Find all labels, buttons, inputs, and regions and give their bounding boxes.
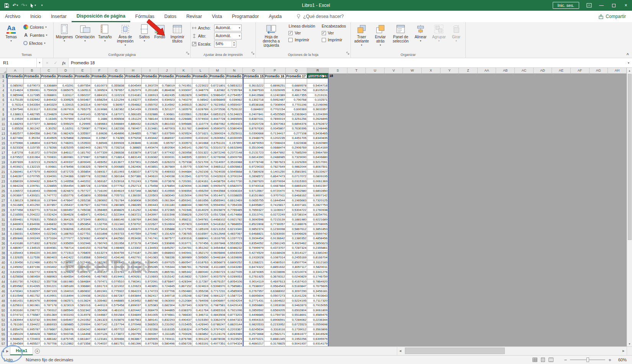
cell-K37[interactable]: 0,234781 bbox=[175, 246, 192, 250]
spin-up-icon[interactable]: ▲ bbox=[232, 41, 236, 44]
cell-P53[interactable]: 0,2233952 bbox=[264, 322, 286, 327]
cell-AE31[interactable] bbox=[552, 217, 571, 222]
cell-AB30[interactable] bbox=[496, 212, 515, 217]
cell-S37[interactable] bbox=[329, 246, 347, 250]
cell-S30[interactable] bbox=[329, 212, 347, 217]
cell-G16[interactable]: 0,726218 bbox=[108, 145, 125, 150]
cell-I5[interactable]: 0,166913 bbox=[142, 93, 159, 98]
cell-I2[interactable] bbox=[142, 78, 159, 83]
cell-AH22[interactable] bbox=[608, 174, 627, 179]
cell-O24[interactable]: 0,9740018 bbox=[243, 184, 264, 188]
cell-W42[interactable] bbox=[403, 270, 422, 274]
cell-P47[interactable]: 0,0507273 bbox=[264, 294, 286, 298]
cell-AG32[interactable] bbox=[589, 222, 608, 227]
cell-E57[interactable]: 0,871558 bbox=[74, 341, 91, 346]
cell-Q16[interactable]: 0,2906769 bbox=[286, 145, 307, 150]
cell-L44[interactable]: 0,117287 bbox=[192, 279, 209, 284]
cell-AG13[interactable] bbox=[589, 131, 608, 136]
cell-C16[interactable]: 0,178266 bbox=[41, 145, 57, 150]
cell-B44[interactable]: 0,742612 bbox=[24, 279, 41, 284]
cell-D18[interactable]: 0,869981 bbox=[57, 155, 74, 160]
column-header-P[interactable]: P bbox=[264, 68, 286, 74]
cell-AE40[interactable] bbox=[552, 260, 571, 265]
cell-E1[interactable]: Promedio 5 bbox=[74, 74, 91, 78]
cell-O37[interactable]: 0,7999979 bbox=[243, 246, 264, 250]
cell-L45[interactable]: 0,924619 bbox=[192, 284, 209, 289]
cell-H13[interactable]: 0,284855 bbox=[125, 131, 142, 136]
cell-L28[interactable]: 0,980705 bbox=[192, 203, 209, 207]
cell-T48[interactable] bbox=[347, 299, 366, 303]
cell-N52[interactable]: 0,6947323 bbox=[226, 318, 243, 322]
cell-P48[interactable]: 0,1604622 bbox=[264, 299, 286, 303]
sign-in-button[interactable]: Inic. ses. bbox=[553, 2, 579, 9]
cell-X24[interactable] bbox=[422, 184, 440, 188]
cell-A40[interactable]: 0,130456 bbox=[7, 260, 24, 265]
cell-Z39[interactable] bbox=[459, 255, 478, 260]
cell-Z11[interactable] bbox=[459, 122, 478, 126]
cell-R56[interactable]: 0,6395575 bbox=[307, 337, 329, 341]
cell-E31[interactable]: 0,373349 bbox=[74, 217, 91, 222]
cell-S38[interactable] bbox=[329, 251, 347, 255]
cell-AE36[interactable] bbox=[552, 241, 571, 246]
cell-U24[interactable] bbox=[366, 184, 385, 188]
cell-AD17[interactable] bbox=[534, 150, 552, 155]
cell-R15[interactable]: 0,3160989 bbox=[307, 141, 329, 145]
cell-T15[interactable] bbox=[347, 141, 366, 145]
cell-Y34[interactable] bbox=[440, 232, 459, 236]
cell-AD47[interactable] bbox=[534, 294, 552, 298]
cell-L21[interactable]: 0,292106 bbox=[192, 170, 209, 174]
breaks-button[interactable]: Saltos▾ bbox=[137, 23, 152, 42]
ribbon-tab-vista[interactable]: Vista bbox=[207, 11, 227, 22]
cell-AE26[interactable] bbox=[552, 193, 571, 198]
cell-S39[interactable] bbox=[329, 255, 347, 260]
cell-AH21[interactable] bbox=[608, 170, 627, 174]
minimize-button[interactable]: — bbox=[595, 0, 607, 11]
cell-R50[interactable]: 0,9061809 bbox=[307, 308, 329, 313]
cell-B25[interactable]: 0,618043 bbox=[24, 189, 41, 193]
cell-V12[interactable] bbox=[385, 126, 403, 131]
cell-J45[interactable]: 0,724845 bbox=[159, 284, 175, 289]
cell-X44[interactable] bbox=[422, 279, 440, 284]
cell-P46[interactable]: 0,6388002 bbox=[264, 289, 286, 294]
cell-AD6[interactable] bbox=[534, 98, 552, 102]
headings-view-checkbox[interactable]: Ver bbox=[322, 29, 349, 36]
cell-X50[interactable] bbox=[422, 308, 440, 313]
cell-P28[interactable]: 0,7415817 bbox=[264, 203, 286, 207]
cell-W39[interactable] bbox=[403, 255, 422, 260]
cell-R7[interactable]: 0,2196096 bbox=[307, 103, 329, 107]
cell-AB18[interactable] bbox=[496, 155, 515, 160]
cell-X48[interactable] bbox=[422, 299, 440, 303]
cell-AH13[interactable] bbox=[608, 131, 627, 136]
cell-I39[interactable]: 0,041083 bbox=[142, 255, 159, 260]
row-header-22[interactable]: 22 bbox=[0, 174, 7, 179]
cell-Y29[interactable] bbox=[440, 208, 459, 212]
cell-AF34[interactable] bbox=[571, 232, 589, 236]
row-header-40[interactable]: 40 bbox=[0, 260, 7, 265]
cell-AG1[interactable] bbox=[589, 74, 608, 78]
cell-F42[interactable]: 0,404157 bbox=[91, 270, 108, 274]
cell-G52[interactable]: 0,915876 bbox=[108, 318, 125, 322]
cell-AH2[interactable] bbox=[608, 78, 627, 83]
row-header-52[interactable]: 52 bbox=[0, 318, 7, 322]
cell-U35[interactable] bbox=[366, 236, 385, 241]
cell-AC25[interactable] bbox=[515, 189, 534, 193]
cell-Y55[interactable] bbox=[440, 332, 459, 336]
cell-H42[interactable]: 0,243995 bbox=[125, 270, 142, 274]
cell-AF10[interactable] bbox=[571, 117, 589, 121]
row-header-24[interactable]: 24 bbox=[0, 184, 7, 188]
cell-N34[interactable]: 0,4837067 bbox=[226, 232, 243, 236]
zoom-in-button[interactable]: + bbox=[608, 357, 611, 363]
cell-AA44[interactable] bbox=[478, 279, 496, 284]
cell-AD33[interactable] bbox=[534, 227, 552, 232]
cell-U34[interactable] bbox=[366, 232, 385, 236]
cell-Z17[interactable] bbox=[459, 150, 478, 155]
cell-R8[interactable]: 0,3633357 bbox=[307, 107, 329, 112]
cell-L13[interactable]: 0,571621 bbox=[192, 131, 209, 136]
cell-R39[interactable]: 0,8166704 bbox=[307, 255, 329, 260]
cell-Z45[interactable] bbox=[459, 284, 478, 289]
cell-W43[interactable] bbox=[403, 274, 422, 279]
cell-D2[interactable] bbox=[57, 78, 74, 83]
cell-U27[interactable] bbox=[366, 198, 385, 203]
cell-S28[interactable] bbox=[329, 203, 347, 207]
cell-Y41[interactable] bbox=[440, 265, 459, 269]
